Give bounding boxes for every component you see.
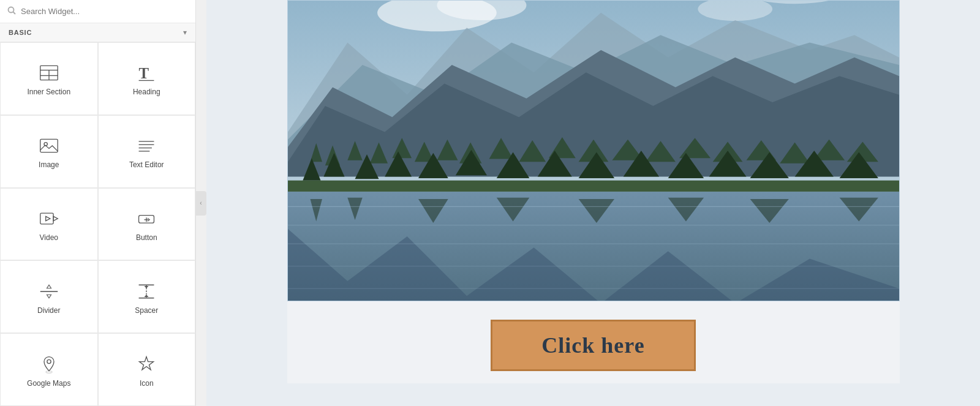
- search-bar: [0, 0, 195, 23]
- canvas-content: Click here: [287, 0, 900, 383]
- button-icon: [137, 209, 156, 228]
- google-maps-icon: [39, 355, 59, 374]
- widget-heading-label: Heading: [133, 88, 160, 96]
- video-icon: [39, 209, 59, 228]
- search-input[interactable]: [21, 7, 188, 16]
- svg-rect-14: [40, 213, 53, 224]
- widget-image-label: Image: [39, 160, 59, 169]
- collapse-sidebar-button[interactable]: ‹: [195, 191, 206, 216]
- widget-google-maps-label: Google Maps: [27, 379, 70, 388]
- svg-point-0: [9, 7, 14, 13]
- button-section: Click here: [287, 301, 900, 383]
- svg-marker-22: [47, 295, 51, 298]
- widget-video-label: Video: [40, 233, 58, 242]
- widget-divider-label: Divider: [37, 306, 60, 315]
- image-block: [287, 0, 900, 301]
- widget-heading[interactable]: T Heading: [98, 42, 196, 115]
- spacer-icon: [137, 282, 156, 301]
- collapse-icon: ‹: [200, 200, 202, 206]
- divider-icon: [39, 282, 59, 301]
- icon-widget-icon: [137, 355, 156, 374]
- image-icon: [39, 136, 59, 156]
- widget-spacer-label: Spacer: [135, 306, 158, 315]
- svg-marker-20: [47, 285, 51, 288]
- text-editor-icon: [137, 136, 156, 156]
- canvas-area: Click here: [206, 0, 980, 406]
- chevron-down-icon: ▾: [183, 28, 187, 37]
- widget-video[interactable]: Video: [0, 188, 98, 261]
- widget-icon[interactable]: Icon: [98, 333, 196, 406]
- svg-line-1: [13, 12, 16, 15]
- widget-inner-section[interactable]: Inner Section: [0, 42, 98, 115]
- svg-rect-8: [40, 140, 58, 152]
- svg-marker-27: [145, 295, 149, 297]
- widget-inner-section-label: Inner Section: [27, 88, 70, 96]
- mountain-image: [288, 1, 899, 301]
- search-icon: [7, 6, 16, 17]
- inner-section-icon: [39, 63, 59, 83]
- widget-spacer[interactable]: Spacer: [98, 260, 196, 333]
- click-here-button[interactable]: Click here: [491, 320, 695, 371]
- svg-marker-16: [45, 216, 50, 220]
- svg-marker-15: [53, 216, 58, 220]
- widget-icon-label: Icon: [140, 379, 154, 388]
- svg-rect-76: [288, 181, 899, 192]
- widget-grid: Inner Section T Heading Image: [0, 42, 195, 406]
- widget-divider[interactable]: Divider: [0, 260, 98, 333]
- widget-image[interactable]: Image: [0, 115, 98, 188]
- widget-text-editor-label: Text Editor: [129, 160, 164, 169]
- svg-point-28: [47, 359, 51, 363]
- svg-marker-30: [140, 356, 154, 369]
- widget-button-label: Button: [136, 233, 157, 242]
- svg-marker-26: [145, 286, 149, 288]
- basic-section-header[interactable]: BASIC ▾: [0, 23, 195, 42]
- widget-text-editor[interactable]: Text Editor: [98, 115, 196, 188]
- svg-text:T: T: [139, 65, 149, 81]
- widget-button[interactable]: Button: [98, 188, 196, 261]
- heading-icon: T: [137, 63, 156, 83]
- widget-google-maps[interactable]: Google Maps: [0, 333, 98, 406]
- basic-section-title: BASIC: [9, 29, 32, 36]
- widget-panel: BASIC ▾ Inner Section T Heading: [0, 0, 196, 406]
